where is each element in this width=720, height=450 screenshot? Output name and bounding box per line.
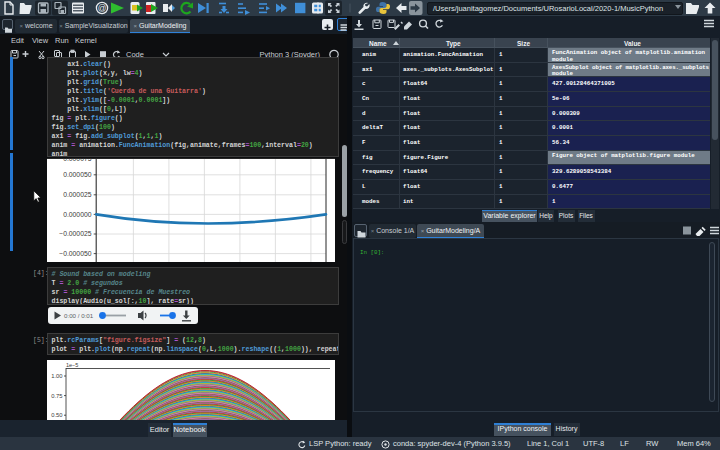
svg-text:0.000000: 0.000000: [63, 211, 92, 218]
svg-text:1.00: 1.00: [51, 373, 62, 379]
svg-text:0.000050: 0.000050: [63, 171, 92, 178]
svg-text:0.000075: 0.000075: [63, 158, 92, 162]
svg-text:@: @: [98, 3, 107, 13]
svg-text:0.000025: 0.000025: [63, 191, 92, 198]
svg-text:0.50: 0.50: [51, 412, 62, 418]
svg-text:0.75: 0.75: [51, 392, 62, 398]
svg-text:−0.000025: −0.000025: [59, 230, 92, 237]
svg-text:−0.000050: −0.000050: [59, 250, 92, 257]
svg-text:0:00 / 0:01: 0:00 / 0:01: [64, 312, 94, 319]
svg-text:1e−5: 1e−5: [66, 361, 78, 367]
